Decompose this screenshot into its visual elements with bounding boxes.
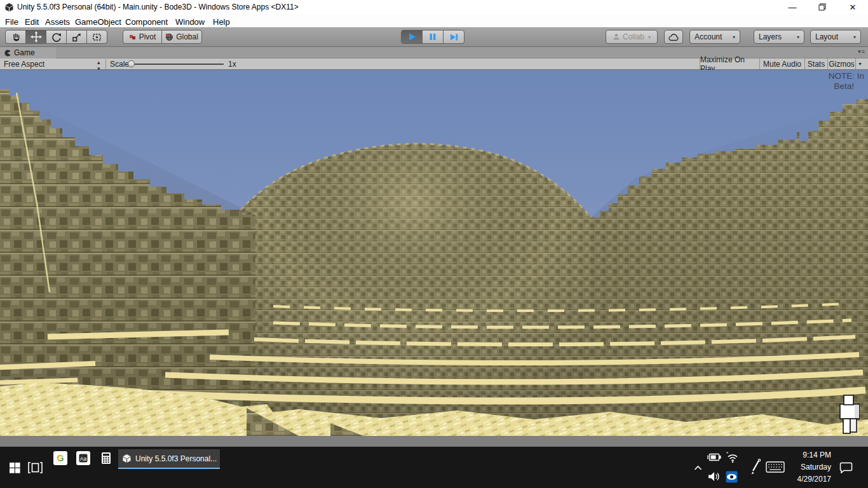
gizmos-toggle[interactable]: Gizmos: [827, 58, 855, 69]
step-button[interactable]: [443, 30, 465, 44]
menu-assets[interactable]: Assets: [43, 16, 72, 28]
layers-button[interactable]: Layers ▾: [754, 30, 804, 44]
layout-button[interactable]: Layout ▾: [810, 30, 861, 44]
layout-caret: ▾: [853, 34, 856, 40]
gizmos-label: Gizmos: [829, 60, 855, 69]
scale-slider-knob[interactable]: [128, 60, 135, 67]
collab-button[interactable]: Collab ▾: [606, 30, 658, 44]
game-view-icon: [3, 49, 11, 57]
chrome-g-glyph: G: [55, 453, 65, 463]
calculator-taskbar-icon[interactable]: [99, 451, 113, 465]
layers-label: Layers: [759, 32, 782, 41]
scale-value: 1x: [228, 60, 236, 69]
step-icon: [449, 32, 459, 42]
menu-file[interactable]: File: [3, 16, 21, 28]
window-title: Unity 5.5.0f3 Personal (64bit) - Main.un…: [17, 3, 299, 11]
minimize-button[interactable]: ―: [782, 0, 803, 14]
scale-slider-track[interactable]: [135, 64, 224, 65]
pivot-label: Pivot: [139, 32, 156, 41]
unity-task-logo-icon: [122, 454, 132, 463]
tab-game[interactable]: Game: [0, 47, 56, 58]
rotate-icon: [51, 32, 62, 43]
gizmos-dropdown-caret[interactable]: ▾: [855, 58, 864, 69]
window-titlebar: Unity 5.5.0f3 Personal (64bit) - Main.un…: [0, 0, 868, 14]
global-toggle-button[interactable]: Global: [161, 30, 202, 44]
task-view-button[interactable]: [27, 461, 43, 474]
mute-audio-toggle[interactable]: Mute Audio: [759, 58, 804, 69]
tray-expand-chevron-icon[interactable]: [692, 463, 703, 472]
scale-label: Scale: [110, 60, 129, 69]
pen-icon[interactable]: [749, 458, 763, 476]
windows-logo-icon: [10, 463, 20, 473]
pivot-icon: [129, 33, 137, 41]
action-center-icon[interactable]: [837, 461, 854, 474]
collab-label: Collab: [623, 32, 644, 41]
unity-task-button[interactable]: Unity 5.5.0f3 Personal...: [118, 449, 220, 469]
menu-bar: File Edit Assets GameObject Component Wi…: [0, 14, 868, 28]
volume-icon[interactable]: [707, 471, 722, 482]
account-button[interactable]: Account ▾: [689, 30, 740, 44]
eye-tray-icon[interactable]: [725, 470, 738, 483]
scale-tool-button[interactable]: [66, 30, 87, 44]
play-icon: [407, 32, 417, 42]
aspect-label: Free Aspect: [4, 60, 44, 69]
mute-audio-label: Mute Audio: [763, 60, 801, 69]
window-bottom-strip: [0, 436, 868, 447]
dictionary-taskbar-icon[interactable]: Aa: [76, 451, 90, 465]
gizmos-caret-glyph: ▾: [858, 61, 861, 67]
rotate-tool-button[interactable]: [46, 30, 67, 44]
pause-button[interactable]: [422, 30, 444, 44]
stats-label: Stats: [808, 60, 825, 69]
menu-edit[interactable]: Edit: [22, 16, 41, 28]
menu-gameobject[interactable]: GameObject: [72, 16, 124, 28]
windows-taskbar: G Aa: [0, 447, 868, 488]
svg-text:G: G: [57, 453, 64, 463]
wifi-icon[interactable]: *: [724, 451, 740, 463]
layout-label: Layout: [815, 32, 838, 41]
hand-tool-button[interactable]: [5, 30, 26, 44]
maximize-on-play-toggle[interactable]: Maximize On Play: [700, 58, 759, 69]
global-label: Global: [176, 32, 198, 41]
panel-menu-icon[interactable]: ▾≡: [858, 48, 865, 55]
restore-icon: [818, 3, 826, 11]
cloud-button[interactable]: [664, 30, 683, 44]
collab-caret: ▾: [648, 34, 651, 40]
move-tool-button[interactable]: [25, 30, 46, 44]
aspect-dropdown[interactable]: Free Aspect: [4, 60, 44, 69]
global-icon: [165, 33, 173, 41]
unity-toolbar: Pivot Global: [0, 28, 868, 47]
svg-text:*: *: [726, 451, 728, 456]
play-button[interactable]: [401, 30, 423, 44]
rect-tool-icon: [92, 32, 102, 43]
touch-keyboard-icon[interactable]: [765, 461, 785, 473]
clock-time: 9:14 PM: [787, 449, 831, 461]
account-label: Account: [695, 32, 722, 41]
battery-icon[interactable]: [707, 452, 722, 462]
close-button[interactable]: ✕: [842, 0, 864, 14]
stats-toggle[interactable]: Stats: [804, 58, 827, 69]
clock-day: Saturday: [787, 461, 831, 473]
menu-window[interactable]: Window: [173, 16, 207, 28]
layers-caret: ▾: [797, 34, 799, 40]
divider: [105, 59, 106, 69]
chrome-taskbar-icon[interactable]: G: [53, 451, 67, 465]
game-viewport[interactable]: NOTE: In Beta!: [0, 70, 868, 436]
start-button[interactable]: [5, 461, 24, 475]
account-caret: ▾: [733, 34, 735, 40]
game-control-strip: Free Aspect ▴▾ Scale 1x Maximize On Play…: [0, 58, 868, 70]
svg-text:Aa: Aa: [80, 456, 87, 462]
unity-task-label: Unity 5.5.0f3 Personal...: [135, 454, 217, 463]
rect-tool-button[interactable]: [86, 30, 107, 44]
hand-icon: [11, 32, 21, 42]
taskbar-clock[interactable]: 9:14 PM Saturday 4/29/2017: [787, 449, 831, 485]
pause-icon: [428, 32, 437, 41]
dictionary-book-glyph: Aa: [78, 453, 88, 463]
cloud-icon: [668, 33, 679, 41]
menu-component[interactable]: Component: [123, 16, 170, 28]
clock-date: 4/29/2017: [787, 473, 831, 485]
pivot-toggle-button[interactable]: Pivot: [123, 30, 162, 44]
restore-button[interactable]: [811, 0, 833, 14]
task-view-icon: [28, 462, 43, 473]
menu-help[interactable]: Help: [210, 16, 233, 28]
move-icon: [31, 31, 42, 43]
